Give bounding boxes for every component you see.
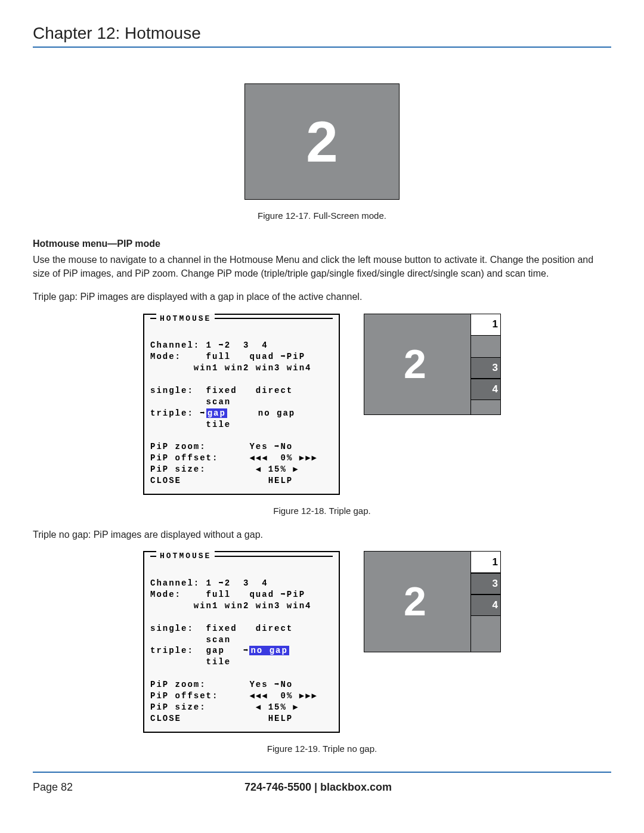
figure-caption-18: Figure 12-18. Triple gap.	[33, 506, 611, 516]
osd-channel-row[interactable]: Channel: 1 ➡2 3 4	[150, 340, 268, 350]
figure-fullscreen: 2 Figure 12-17. Full-Screen mode.	[33, 83, 611, 221]
preview-triple-nogap: 2 1 3 4	[364, 551, 501, 652]
pip-thumb-1: 1	[470, 552, 500, 573]
pip-para-2: Triple gap: PiP images are displayed wit…	[33, 290, 611, 304]
pip-thumb-4: 4	[470, 379, 500, 400]
hotmouse-osd-triple-nogap: HOTMOUSE Channel: 1 ➡2 3 4 Mode: full qu…	[143, 551, 340, 732]
osd-zoom-row[interactable]: PiP zoom: Yes ➡No	[150, 442, 293, 451]
osd-single-row1[interactable]: single: fixed direct	[150, 386, 293, 395]
osd-channel-row[interactable]: Channel: 1 ➡2 3 4	[150, 578, 268, 588]
figure-caption-17: Figure 12-17. Full-Screen mode.	[258, 210, 386, 221]
para-triple-nogap: Triple no gap: PiP images are displayed …	[33, 528, 611, 541]
osd-triple-row[interactable]: triple: ➡gap no gap	[150, 408, 295, 418]
osd-close-help-row[interactable]: CLOSE HELP	[150, 714, 293, 723]
pip-subhead: Hotmouse menu—PIP mode	[33, 239, 611, 249]
pip-para-1: Use the mouse to navigate to a channel i…	[33, 253, 611, 280]
osd-legend: HOTMOUSE	[156, 314, 215, 324]
osd-single-row2[interactable]: scan	[150, 635, 231, 645]
osd-mode-row[interactable]: Mode: full quad ➡PiP	[150, 352, 305, 361]
osd-legend: HOTMOUSE	[156, 551, 215, 562]
fullscreen-preview: 2	[244, 83, 400, 200]
footer-rule	[33, 772, 611, 773]
osd-triple-nogap-selected: no gap	[249, 646, 289, 655]
osd-close-help-row[interactable]: CLOSE HELP	[150, 476, 293, 485]
pip-thumb-1: 1	[470, 314, 500, 336]
fullscreen-number: 2	[306, 109, 338, 175]
osd-triple-gap-selected: gap	[206, 408, 227, 418]
osd-size-row[interactable]: PiP size: ◀ 15% ▶	[150, 702, 299, 712]
osd-offset-row[interactable]: PiP offset: ◀◀◀ 0% ▶▶▶	[150, 691, 318, 701]
osd-tile-row[interactable]: tile	[150, 420, 231, 429]
pip-thumb-3: 3	[470, 357, 500, 379]
preview-triple-gap: 2 1 3 4	[364, 314, 501, 415]
hotmouse-osd-triple-gap: HOTMOUSE Channel: 1 ➡2 3 4 Mode: full qu…	[143, 314, 340, 495]
figure-19-row: HOTMOUSE Channel: 1 ➡2 3 4 Mode: full qu…	[33, 551, 611, 732]
page-number: Page 82	[33, 781, 73, 794]
osd-offset-row[interactable]: PiP offset: ◀◀◀ 0% ▶▶▶	[150, 453, 318, 463]
osd-size-row[interactable]: PiP size: ◀ 15% ▶	[150, 465, 299, 474]
osd-tile-row[interactable]: tile	[150, 657, 231, 667]
pip-gap	[470, 336, 500, 357]
footer-phone: 724-746-5500	[244, 781, 311, 793]
page-footer: Page 82 724-746-5500 | blackbox.com	[33, 781, 611, 794]
pip-thumb-3: 3	[470, 573, 500, 594]
osd-single-row1[interactable]: single: fixed direct	[150, 624, 293, 633]
osd-single-row2[interactable]: scan	[150, 397, 231, 407]
footer-site: blackbox.com	[320, 781, 392, 793]
pip-thumb-4: 4	[470, 594, 500, 616]
footer-sep: |	[311, 781, 320, 793]
osd-wins-row[interactable]: win1 win2 win3 win4	[150, 363, 311, 373]
osd-wins-row[interactable]: win1 win2 win3 win4	[150, 601, 311, 611]
osd-mode-row[interactable]: Mode: full quad ➡PiP	[150, 590, 305, 599]
title-rule	[33, 47, 611, 48]
chapter-title: Chapter 12: Hotmouse	[33, 24, 611, 43]
figure-caption-19: Figure 12-19. Triple no gap.	[33, 744, 611, 754]
preview-main-number: 2	[404, 578, 426, 624]
preview-main-number: 2	[404, 340, 426, 387]
figure-18-row: HOTMOUSE Channel: 1 ➡2 3 4 Mode: full qu…	[33, 314, 611, 495]
osd-zoom-row[interactable]: PiP zoom: Yes ➡No	[150, 680, 293, 689]
osd-triple-row[interactable]: triple: gap ➡no gap	[150, 646, 289, 655]
